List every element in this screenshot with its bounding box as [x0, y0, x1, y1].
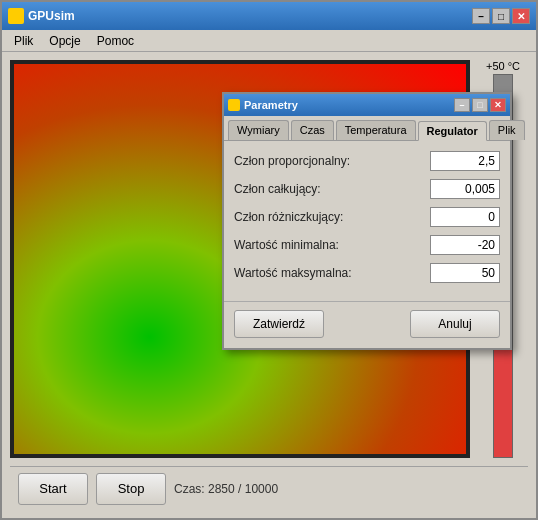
dialog-maximize-button[interactable]: □	[472, 98, 488, 112]
input-min[interactable]	[430, 235, 500, 255]
dialog-close-button[interactable]: ✕	[490, 98, 506, 112]
input-proportional[interactable]	[430, 151, 500, 171]
maximize-button[interactable]: □	[492, 8, 510, 24]
bottom-bar: Start Stop Czas: 2850 / 10000	[10, 466, 528, 510]
dialog-title-bar: Parametry – □ ✕	[224, 94, 510, 116]
temp-label: +50 °C	[486, 60, 520, 72]
label-derivative: Człon różniczkujący:	[234, 210, 430, 224]
menu-opcje[interactable]: Opcje	[41, 32, 88, 50]
input-max[interactable]	[430, 263, 500, 283]
input-derivative[interactable]	[430, 207, 500, 227]
label-proportional: Człon proporcjonalny:	[234, 154, 430, 168]
status-text: Czas: 2850 / 10000	[174, 482, 278, 496]
cancel-button[interactable]: Anuluj	[410, 310, 500, 338]
tab-regulator[interactable]: Regulator	[418, 121, 487, 141]
tab-czas[interactable]: Czas	[291, 120, 334, 140]
app-icon	[8, 8, 24, 24]
confirm-button[interactable]: Zatwierdź	[234, 310, 324, 338]
main-window: GPUsim – □ ✕ Plik Opcje Pomoc +50 °C	[0, 0, 538, 520]
dialog-title-buttons: – □ ✕	[454, 98, 506, 112]
form-row-integral: Człon całkujący:	[234, 179, 500, 199]
stop-button[interactable]: Stop	[96, 473, 166, 505]
close-button[interactable]: ✕	[512, 8, 530, 24]
menu-plik[interactable]: Plik	[6, 32, 41, 50]
tab-plik[interactable]: Plik	[489, 120, 525, 140]
label-max: Wartość maksymalna:	[234, 266, 430, 280]
title-bar-buttons: – □ ✕	[472, 8, 530, 24]
label-min: Wartość minimalna:	[234, 238, 430, 252]
dialog-buttons: Zatwierdź Anuluj	[224, 301, 510, 348]
tab-temperatura[interactable]: Temperatura	[336, 120, 416, 140]
app-title: GPUsim	[28, 9, 472, 23]
form-row-max: Wartość maksymalna:	[234, 263, 500, 283]
menu-bar: Plik Opcje Pomoc	[2, 30, 536, 52]
form-row-derivative: Człon różniczkujący:	[234, 207, 500, 227]
dialog-title: Parametry	[244, 99, 454, 111]
input-integral[interactable]	[430, 179, 500, 199]
start-button[interactable]: Start	[18, 473, 88, 505]
tabs-bar: Wymiary Czas Temperatura Regulator Plik	[224, 116, 510, 141]
form-row-proportional: Człon proporcjonalny:	[234, 151, 500, 171]
dialog-content: Człon proporcjonalny: Człon całkujący: C…	[224, 141, 510, 301]
tab-wymiary[interactable]: Wymiary	[228, 120, 289, 140]
dialog-icon	[228, 99, 240, 111]
content-area: +50 °C Parametry – □ ✕ Wymiary	[2, 52, 536, 518]
label-integral: Człon całkujący:	[234, 182, 430, 196]
title-bar: GPUsim – □ ✕	[2, 2, 536, 30]
parametry-dialog: Parametry – □ ✕ Wymiary Czas Temperatura…	[222, 92, 512, 350]
minimize-button[interactable]: –	[472, 8, 490, 24]
form-row-min: Wartość minimalna:	[234, 235, 500, 255]
menu-pomoc[interactable]: Pomoc	[89, 32, 142, 50]
dialog-minimize-button[interactable]: –	[454, 98, 470, 112]
